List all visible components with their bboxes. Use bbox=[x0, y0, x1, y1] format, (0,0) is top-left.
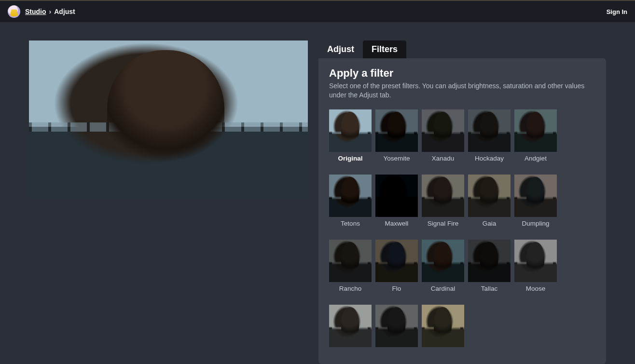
thumbnail-image bbox=[422, 305, 464, 347]
filter-signalfire[interactable]: Signal Fire bbox=[422, 175, 464, 227]
filter-thumbnail bbox=[514, 109, 557, 152]
filter-tetons[interactable]: Tetons bbox=[329, 175, 372, 227]
breadcrumb-studio-link[interactable]: Studio bbox=[25, 8, 46, 15]
filter-thumbnail bbox=[468, 240, 511, 282]
filter-label: Moose bbox=[514, 285, 557, 292]
filter-cardinal[interactable]: Cardinal bbox=[422, 240, 464, 292]
filter-label: Hockaday bbox=[468, 155, 511, 162]
filter-label: Rancho bbox=[329, 285, 372, 292]
thumbnail-image bbox=[422, 175, 464, 217]
filter-thumbnail bbox=[514, 175, 557, 217]
filter-yosemite[interactable]: Yosemite bbox=[375, 109, 418, 162]
filter-xanadu[interactable]: Xanadu bbox=[422, 109, 464, 162]
filter-maxwell[interactable]: Maxwell bbox=[375, 175, 418, 227]
filter-extra1[interactable] bbox=[329, 305, 372, 350]
tab-filters[interactable]: Filters bbox=[363, 40, 406, 58]
filter-thumbnail bbox=[375, 109, 418, 152]
filter-thumbnail bbox=[422, 305, 464, 347]
filter-thumbnail bbox=[375, 175, 418, 217]
filter-tallac[interactable]: Tallac bbox=[468, 240, 511, 292]
avatar[interactable] bbox=[8, 5, 20, 18]
filters-panel: Apply a filter Select one of the preset … bbox=[318, 58, 606, 364]
filter-label: Tetons bbox=[329, 220, 372, 227]
thumbnail-image bbox=[329, 175, 372, 217]
filter-label: Flo bbox=[375, 285, 418, 292]
tab-adjust[interactable]: Adjust bbox=[318, 40, 363, 58]
filter-gaia[interactable]: Gaia bbox=[468, 175, 511, 227]
thumbnail-image bbox=[514, 240, 557, 282]
thumbnail-image bbox=[329, 305, 372, 347]
filter-rancho[interactable]: Rancho bbox=[329, 240, 372, 292]
filter-thumbnail bbox=[375, 240, 418, 282]
thumbnail-image bbox=[468, 175, 511, 217]
thumbnail-image bbox=[375, 240, 418, 282]
sign-in-link[interactable]: Sign In bbox=[607, 8, 627, 15]
filter-grid: OriginalYosemiteXanaduHockadayAndgietTet… bbox=[329, 109, 595, 350]
filter-label: Dumpling bbox=[514, 220, 557, 227]
filter-label: Yosemite bbox=[375, 155, 418, 162]
breadcrumb-text: Studio › Adjust bbox=[25, 8, 75, 15]
filter-thumbnail bbox=[468, 175, 511, 217]
breadcrumb: Studio › Adjust bbox=[8, 5, 75, 18]
filter-label: Tallac bbox=[468, 285, 511, 292]
workspace: Adjust Filters Apply a filter Select one… bbox=[0, 22, 635, 364]
filter-thumbnail bbox=[422, 175, 464, 217]
thumbnail-image bbox=[375, 175, 418, 217]
thumbnail-image bbox=[514, 175, 557, 217]
filter-extra2[interactable] bbox=[375, 305, 418, 350]
thumbnail-image bbox=[375, 109, 418, 152]
filter-original[interactable]: Original bbox=[329, 109, 372, 162]
thumbnail-image bbox=[422, 240, 464, 282]
editor-panel: Adjust Filters Apply a filter Select one… bbox=[318, 40, 606, 364]
top-bar: Studio › Adjust Sign In bbox=[0, 0, 635, 22]
filter-thumbnail bbox=[329, 109, 372, 152]
filter-thumbnail bbox=[468, 109, 511, 152]
filter-flo[interactable]: Flo bbox=[375, 240, 418, 292]
filter-thumbnail bbox=[375, 305, 418, 347]
panel-title: Apply a filter bbox=[329, 67, 595, 80]
filter-dumpling[interactable]: Dumpling bbox=[514, 175, 557, 227]
thumbnail-image bbox=[329, 240, 372, 282]
filter-thumbnail bbox=[329, 175, 372, 217]
filter-label: Xanadu bbox=[422, 155, 464, 162]
filter-moose[interactable]: Moose bbox=[514, 240, 557, 292]
image-preview[interactable] bbox=[29, 40, 308, 198]
filter-extra3[interactable] bbox=[422, 305, 464, 350]
filter-thumbnail bbox=[422, 109, 464, 152]
filter-thumbnail bbox=[422, 240, 464, 282]
filter-label: Original bbox=[329, 155, 372, 162]
chevron-right-icon: › bbox=[49, 8, 52, 15]
filter-thumbnail bbox=[329, 240, 372, 282]
thumbnail-image bbox=[468, 109, 511, 152]
filter-label: Gaia bbox=[468, 220, 511, 227]
filter-hockaday[interactable]: Hockaday bbox=[468, 109, 511, 162]
filter-thumbnail bbox=[329, 305, 372, 347]
filter-label: Signal Fire bbox=[422, 220, 464, 227]
thumbnail-image bbox=[468, 240, 511, 282]
preview-image bbox=[29, 40, 308, 198]
breadcrumb-current: Adjust bbox=[54, 8, 75, 15]
filter-label: Andgiet bbox=[514, 155, 557, 162]
tab-bar: Adjust Filters bbox=[318, 40, 606, 58]
filter-label: Maxwell bbox=[375, 220, 418, 227]
thumbnail-image bbox=[375, 305, 418, 347]
filter-label: Cardinal bbox=[422, 285, 464, 292]
filter-thumbnail bbox=[514, 240, 557, 282]
thumbnail-image bbox=[514, 109, 557, 152]
thumbnail-image bbox=[422, 109, 464, 152]
filter-andgiet[interactable]: Andgiet bbox=[514, 109, 557, 162]
panel-description: Select one of the preset filters. You ca… bbox=[329, 81, 595, 100]
thumbnail-image bbox=[329, 109, 372, 152]
